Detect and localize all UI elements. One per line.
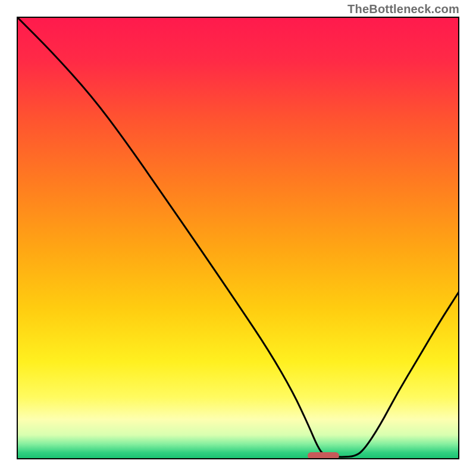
optimal-marker [308, 452, 340, 459]
watermark-text: TheBottleneck.com [347, 2, 459, 16]
plot-area [17, 17, 459, 459]
bottleneck-curve [17, 17, 459, 459]
chart-stage: TheBottleneck.com [0, 0, 476, 476]
